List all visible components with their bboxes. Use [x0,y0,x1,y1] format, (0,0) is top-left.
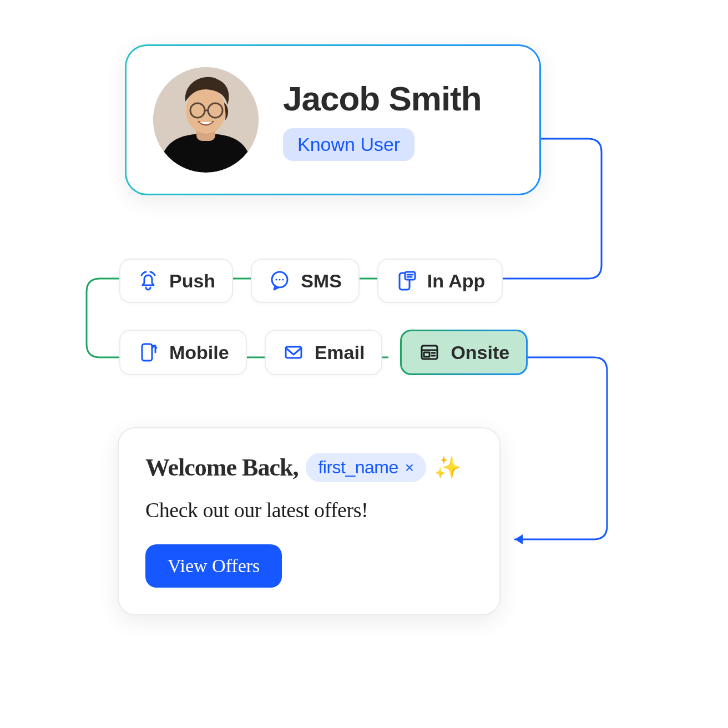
mail-icon [282,341,305,363]
channel-pill-sms[interactable]: SMS [251,259,360,303]
layout-icon [418,341,441,363]
svg-point-14 [282,279,284,280]
channel-pill-onsite[interactable]: Onsite [400,330,528,375]
user-meta: Jacob Smith Known User [283,79,482,161]
message-card: Welcome Back, first_name × ✨ Check out o… [118,427,501,615]
variable-tag-label: first_name [318,457,398,478]
view-offers-button[interactable]: View Offers [145,544,282,588]
channel-row-2: Mobile Email [119,330,547,375]
phone-icon [137,341,159,363]
svg-rect-20 [286,347,301,358]
phone-message-icon [395,270,417,292]
channels: Push SMS [119,259,547,375]
channel-row-1: Push SMS [119,259,547,303]
channel-pill-mobile[interactable]: Mobile [119,330,247,375]
message-title: Welcome Back, first_name × ✨ [145,453,473,482]
channel-label: SMS [301,270,342,292]
channel-label: Email [315,342,365,363]
channel-pill-email[interactable]: Email [265,330,383,375]
user-card: Jacob Smith Known User [125,44,541,195]
message-subtitle: Check out our latest offers! [145,498,473,522]
channel-pill-inapp[interactable]: In App [377,259,503,303]
svg-point-12 [276,279,277,280]
close-icon[interactable]: × [405,460,414,476]
bell-icon [137,270,159,292]
user-name: Jacob Smith [283,79,482,118]
message-title-text: Welcome Back, [145,453,298,482]
svg-rect-19 [142,344,152,361]
variable-tag[interactable]: first_name × [306,453,426,482]
avatar [153,67,259,173]
channel-label: Mobile [169,342,229,363]
sparkle-icon: ✨ [434,454,462,481]
channel-label: Onsite [451,342,509,363]
svg-rect-23 [424,352,429,357]
channel-label: In App [427,270,486,292]
channel-label: Push [169,270,215,292]
user-type-badge: Known User [283,128,414,161]
channel-pill-push[interactable]: Push [119,259,233,303]
svg-rect-16 [405,272,415,280]
chat-icon [269,270,291,292]
svg-point-13 [279,279,281,280]
